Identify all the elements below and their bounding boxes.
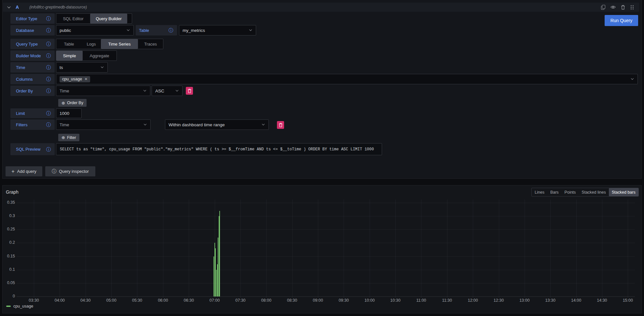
info-icon[interactable]: ⓘ xyxy=(46,111,51,116)
x-tick-label: 15:00 xyxy=(623,298,633,303)
info-icon[interactable]: ⓘ xyxy=(169,28,173,33)
query-row-header[interactable]: A (info8fcc-greptimedb-datasource) xyxy=(3,3,639,12)
mode-stacked-bars[interactable]: Stacked bars xyxy=(609,188,638,196)
gridline xyxy=(550,199,551,298)
query-type-label: Query Type ⓘ xyxy=(10,39,55,49)
x-tick-label: 09:00 xyxy=(313,298,323,303)
info-icon[interactable]: ⓘ xyxy=(46,147,51,152)
info-icon[interactable]: ⓘ xyxy=(46,42,51,46)
query-type-logs[interactable]: Logs xyxy=(82,39,101,49)
query-type-group: Table Logs Time Series Traces xyxy=(56,39,163,49)
add-query-button[interactable]: + Add query xyxy=(6,166,42,176)
mode-bars[interactable]: Bars xyxy=(547,188,562,196)
run-query-button[interactable]: Run Query xyxy=(605,15,638,26)
builder-mode-label: Builder Mode ⓘ xyxy=(10,50,55,61)
x-tick-label: 07:00 xyxy=(210,298,220,303)
gridline xyxy=(17,203,635,203)
filters-label: Filters ⓘ xyxy=(10,119,55,130)
graph-panel: Graph Lines Bars Points Stacked lines St… xyxy=(2,185,642,313)
editor-type-sql-editor[interactable]: SQL Editor xyxy=(56,14,90,23)
query-ref-id[interactable]: A xyxy=(16,5,19,10)
query-editor-pane: A (info8fcc-greptimedb-datasource) Run Q… xyxy=(2,0,642,179)
info-icon[interactable]: ⓘ xyxy=(46,77,51,81)
gridline xyxy=(17,270,635,270)
x-tick-label: 03:30 xyxy=(29,298,39,303)
info-icon[interactable]: ⓘ xyxy=(46,53,51,58)
add-filter-button[interactable]: ⊕ Filter xyxy=(58,134,79,141)
filter-column-select[interactable]: Time xyxy=(56,119,151,130)
order-by-label: Order By ⓘ xyxy=(10,86,55,96)
builder-mode-aggregate[interactable]: Aggregate xyxy=(83,51,116,61)
gridline xyxy=(240,199,241,298)
columns-label: Columns ⓘ xyxy=(10,74,55,84)
table-select[interactable]: my_metrics xyxy=(179,25,256,35)
x-tick-label: 13:00 xyxy=(519,298,529,303)
chevron-down-icon xyxy=(249,28,252,31)
order-by-column-select[interactable]: Time xyxy=(56,86,150,96)
query-inspector-button[interactable]: ⓘ Query inspector xyxy=(45,166,95,176)
gridline xyxy=(318,199,318,298)
filter-condition-select[interactable]: Within dashboard time range xyxy=(165,119,269,130)
bar xyxy=(219,216,219,296)
plus-icon: + xyxy=(11,169,14,174)
order-by-direction-select[interactable]: ASC xyxy=(152,86,183,96)
x-tick-label: 11:30 xyxy=(442,298,452,303)
query-type-traces[interactable]: Traces xyxy=(138,39,163,49)
info-icon[interactable]: ⓘ xyxy=(46,65,51,70)
database-select[interactable]: public xyxy=(56,25,134,35)
legend: cpu_usage xyxy=(6,304,33,309)
builder-mode-simple[interactable]: Simple xyxy=(56,51,83,61)
gridline xyxy=(576,199,577,298)
x-tick-label: 04:00 xyxy=(55,298,65,303)
info-icon[interactable]: ⓘ xyxy=(46,16,51,21)
time-column-select[interactable]: ts xyxy=(56,62,108,73)
legend-series-label[interactable]: cpu_usage xyxy=(13,304,33,309)
x-tick-label: 07:30 xyxy=(235,298,245,303)
info-icon[interactable]: ⓘ xyxy=(46,28,51,33)
mode-stacked-lines[interactable]: Stacked lines xyxy=(579,188,609,196)
info-icon[interactable]: ⓘ xyxy=(46,89,51,93)
chevron-down-icon xyxy=(631,77,634,80)
hide-response-icon[interactable] xyxy=(610,5,616,9)
mode-points[interactable]: Points xyxy=(562,188,579,196)
sql-preview-box: SELECT ts as "time", cpu_usage FROM "pub… xyxy=(56,143,382,155)
remove-order-by-button[interactable] xyxy=(186,87,193,95)
collapse-chevron-icon[interactable] xyxy=(7,5,11,8)
time-label: Time ⓘ xyxy=(10,62,55,73)
query-type-time-series[interactable]: Time Series xyxy=(101,39,138,49)
column-tag[interactable]: cpu_usage ✕ xyxy=(60,76,90,82)
duplicate-query-icon[interactable] xyxy=(601,5,605,10)
y-tick-label: 0.3 xyxy=(3,213,15,218)
gridline xyxy=(17,296,635,297)
bar xyxy=(219,211,220,296)
drag-handle-icon[interactable] xyxy=(630,5,634,10)
graph-mode-group: Lines Bars Points Stacked lines Stacked … xyxy=(531,188,639,197)
bar xyxy=(216,270,217,296)
table-label: Table ⓘ xyxy=(136,25,177,35)
mode-lines[interactable]: Lines xyxy=(532,188,547,196)
add-order-by-button[interactable]: ⊕ Order By xyxy=(58,99,87,107)
y-tick-label: 0.05 xyxy=(3,281,15,285)
gridline xyxy=(499,199,499,298)
gridline xyxy=(163,199,163,298)
columns-multiselect[interactable]: cpu_usage ✕ xyxy=(56,74,638,84)
x-tick-label: 06:30 xyxy=(184,298,194,303)
remove-query-icon[interactable] xyxy=(621,5,625,10)
limit-label: Limit ⓘ xyxy=(10,108,55,118)
chart-plot-area xyxy=(17,199,635,298)
gridline xyxy=(602,199,602,298)
remove-tag-icon[interactable]: ✕ xyxy=(84,77,88,81)
query-type-table[interactable]: Table xyxy=(56,39,82,49)
info-icon[interactable]: ⓘ xyxy=(46,122,51,127)
x-tick-label: 06:00 xyxy=(158,298,168,303)
y-tick-label: 0.2 xyxy=(3,240,15,245)
x-tick-label: 11:00 xyxy=(416,298,426,303)
limit-input[interactable]: 1000 xyxy=(56,108,82,118)
editor-type-query-builder[interactable]: Query Builder xyxy=(90,14,127,23)
plus-circle-icon: ⊕ xyxy=(62,101,65,105)
gridline xyxy=(189,199,189,298)
gridline xyxy=(525,199,525,298)
legend-swatch xyxy=(6,306,11,307)
gridline xyxy=(17,216,635,216)
remove-filter-button[interactable] xyxy=(277,121,284,129)
